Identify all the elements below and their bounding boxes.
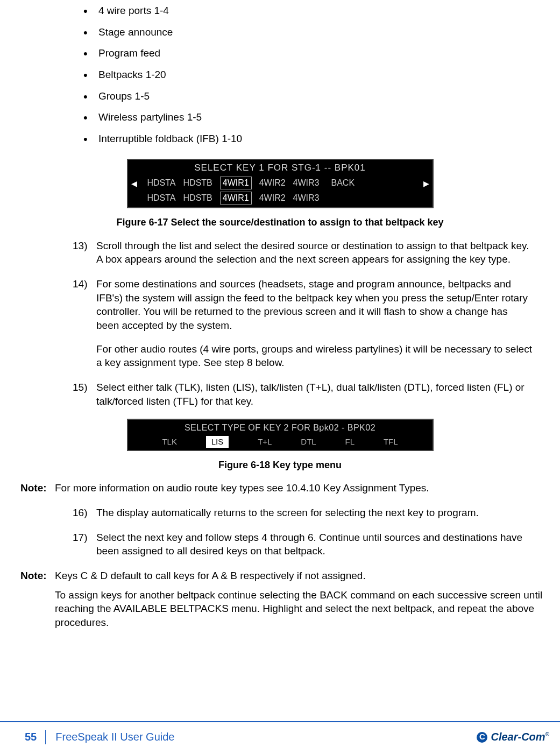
cell: DTL — [301, 436, 316, 447]
screenshot-row: HDSTA HDSTB 4WIR1 4WIR2 4WIR3 — [147, 192, 413, 205]
step-text: The display automatically returns to the… — [96, 506, 533, 520]
note-text: Keys C & D default to call keys for A & … — [55, 569, 545, 583]
cell: TLK — [162, 436, 177, 447]
bullet-item: Beltpacks 1-20 — [83, 64, 549, 86]
cell: 4WIR2 — [259, 192, 286, 204]
step-number: 13) — [73, 239, 96, 266]
cell: 4WIR2 — [259, 177, 286, 189]
cell: BACK — [331, 177, 355, 189]
figure-caption: Figure 6-18 Key type menu — [11, 459, 549, 471]
footer-title: FreeSpeak II User Guide — [55, 730, 174, 744]
step-text: For some destinations and sources (heads… — [96, 277, 533, 333]
cell: 4WIR3 — [293, 177, 320, 189]
cell: HDSTB — [183, 177, 212, 189]
step-text: Select the next key and follow steps 4 t… — [96, 531, 533, 558]
screenshot-header: SELECT TYPE OF KEY 2 FOR Bpk02 - BPK02 — [128, 420, 433, 434]
bullet-item: Interruptible foldback (IFB) 1-10 — [83, 128, 549, 150]
step-text: Select either talk (TLK), listen (LIS), … — [96, 380, 533, 408]
bullet-item: Program feed — [83, 43, 549, 64]
note-text: To assign keys for another beltpack cont… — [55, 588, 545, 630]
step: 13) Scroll through the list and select t… — [73, 239, 549, 266]
page-footer: 55 FreeSpeak II User Guide C Clear-Com® — [0, 721, 560, 744]
step: 14) For some destinations and sources (h… — [73, 277, 549, 370]
cell-selected: 4WIR1 — [220, 192, 252, 205]
cell-selected: LIS — [206, 436, 229, 448]
cell: TFL — [384, 436, 398, 447]
step: 16) The display automatically returns to… — [73, 506, 549, 520]
note-label: Note: — [20, 481, 55, 501]
note: Note: Keys C & D default to call keys fo… — [20, 569, 549, 635]
bullet-item: 4 wire ports 1-4 — [83, 0, 549, 22]
note-text: For more information on audio route key … — [55, 481, 545, 495]
step-number: 16) — [73, 506, 96, 520]
logo-icon: C — [477, 732, 487, 743]
device-screenshot-select-key: ◀ ▶ SELECT KEY 1 FOR STG-1 -- BPK01 HDST… — [127, 159, 434, 208]
cell: HDSTB — [183, 192, 212, 204]
cell: T+L — [258, 436, 272, 447]
step-text: Scroll through the list and select the d… — [96, 239, 533, 266]
page-number: 55 — [25, 730, 46, 744]
screenshot-row: TLK LIS T+L DTL FL TFL — [128, 434, 433, 450]
step-number: 15) — [73, 380, 96, 408]
note-label: Note: — [20, 569, 55, 635]
brand-logo: C Clear-Com® — [477, 730, 549, 744]
bullet-item: Wireless partylines 1-5 — [83, 107, 549, 128]
arrow-left-icon: ◀ — [131, 179, 137, 189]
step-number: 17) — [73, 531, 96, 558]
device-screenshot-key-type: SELECT TYPE OF KEY 2 FOR Bpk02 - BPK02 T… — [127, 419, 434, 451]
bullet-item: Groups 1-5 — [83, 86, 549, 107]
cell-selected: 4WIR1 — [220, 177, 252, 189]
step-number: 14) — [73, 277, 96, 370]
cell: 4WIR3 — [293, 192, 320, 204]
step: 15) Select either talk (TLK), listen (LI… — [73, 380, 549, 408]
cell: HDSTA — [147, 192, 176, 204]
figure-caption: Figure 6-17 Select the source/destinatio… — [11, 216, 549, 229]
screenshot-header: SELECT KEY 1 FOR STG-1 -- BPK01 — [128, 160, 433, 174]
step-text: For other audio routes (4 wire ports, gr… — [96, 342, 533, 370]
arrow-right-icon: ▶ — [423, 179, 429, 189]
cell: FL — [345, 436, 355, 447]
logo-text: Clear-Com — [491, 731, 545, 743]
step: 17) Select the next key and follow steps… — [73, 531, 549, 558]
registered-icon: ® — [545, 731, 549, 737]
bullet-list: 4 wire ports 1-4 Stage announce Program … — [83, 0, 549, 149]
bullet-item: Stage announce — [83, 22, 549, 43]
cell: HDSTA — [147, 177, 176, 189]
screenshot-row: HDSTA HDSTB 4WIR1 4WIR2 4WIR3 BACK — [147, 177, 413, 189]
note: Note: For more information on audio rout… — [20, 481, 549, 501]
